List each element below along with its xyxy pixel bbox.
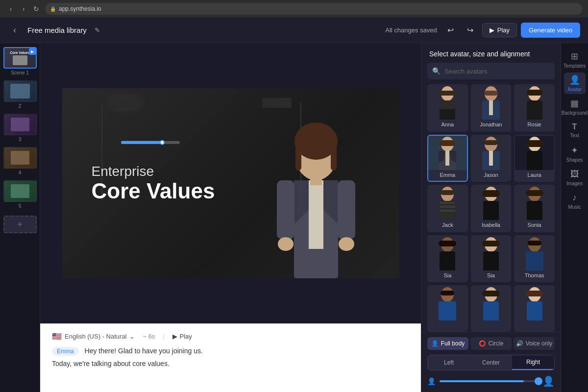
generate-button[interactable]: Generate video: [521, 23, 580, 38]
align-right-button[interactable]: Right: [512, 355, 554, 370]
scene-thumbnail-4: [3, 147, 37, 169]
script-play-button[interactable]: ▶ Play: [172, 333, 192, 340]
undo-button[interactable]: ↩: [443, 23, 459, 38]
forward-nav-btn[interactable]: ›: [19, 4, 28, 14]
svg-rect-60: [439, 301, 456, 320]
edit-title-icon[interactable]: ✎: [95, 26, 100, 34]
reload-btn[interactable]: ↻: [31, 4, 41, 14]
right-sidebar: ⊞ Templates 👤 Avatar ▦ Background T Text…: [561, 43, 588, 392]
svg-rect-14: [439, 91, 456, 96]
avatar-card-13[interactable]: [427, 285, 468, 332]
avatar-card-isabella[interactable]: Isabella: [471, 185, 512, 232]
scene-item[interactable]: 5: [3, 180, 37, 212]
avatar-card-anna[interactable]: Anna: [427, 84, 468, 132]
shapes-label: Shapes: [566, 157, 583, 163]
size-tab-circle[interactable]: ⭕ Circle: [470, 337, 512, 350]
sidebar-shapes[interactable]: ✦ Shapes: [564, 143, 586, 165]
svg-rect-48: [527, 201, 542, 220]
svg-rect-9: [277, 180, 294, 239]
size-tab-fullbody[interactable]: 👤 Full body: [427, 337, 468, 350]
scene-item[interactable]: 2: [3, 80, 37, 112]
sidebar-avatar[interactable]: 👤 Avatar: [564, 73, 586, 94]
language-label: English (US) - Natural: [65, 333, 126, 340]
language-selector[interactable]: 🇺🇸 English (US) - Natural ⌄: [52, 332, 135, 341]
svg-rect-63: [483, 301, 499, 320]
scene-label-3: 3: [3, 137, 37, 142]
svg-rect-44: [482, 190, 500, 197]
search-bar[interactable]: 🔍: [427, 63, 555, 79]
lock-icon: 🔒: [50, 6, 56, 12]
svg-rect-66: [527, 301, 542, 320]
avatar-card-sonia[interactable]: Sonia: [514, 185, 555, 232]
size-small-icon: 👤: [427, 377, 436, 385]
avatar-card-sia-dark[interactable]: Sia: [427, 235, 468, 283]
scenes-panel: Core Values ▶ Scene 1 2: [0, 43, 40, 392]
background-icon: ▦: [570, 98, 579, 109]
avatar-card-jonathan[interactable]: Jonathan: [471, 84, 512, 132]
add-scene-button[interactable]: +: [3, 216, 37, 233]
svg-rect-57: [526, 251, 543, 270]
align-center-button[interactable]: Center: [470, 355, 512, 370]
play-button[interactable]: ▶ Play: [482, 23, 517, 37]
avatar-card-jason[interactable]: Jason: [471, 135, 512, 182]
avatar-card-thomas[interactable]: Thomas: [514, 235, 555, 283]
avatar-card-sia-light[interactable]: Sia: [471, 235, 512, 283]
avatar-card-jack[interactable]: Jack: [427, 185, 468, 232]
scene-item[interactable]: 3: [3, 114, 37, 145]
avatar-name-sia-2: Sia: [472, 270, 511, 280]
sidebar-templates[interactable]: ⊞ Templates: [564, 49, 586, 71]
search-input[interactable]: [444, 68, 550, 75]
avatar-name-jason: Jason: [472, 170, 511, 180]
scene-thumbnail-2: [3, 80, 37, 102]
separator: |: [163, 333, 164, 340]
size-large-icon: 👤: [542, 375, 555, 387]
fullbody-label: Full body: [441, 340, 465, 347]
svg-rect-38: [441, 190, 454, 195]
avatar-card-laura[interactable]: Laura: [514, 135, 555, 182]
sidebar-images[interactable]: 🖼 Images: [564, 167, 586, 188]
size-tab-voiceonly[interactable]: 🔊 Voice only: [514, 337, 555, 350]
sidebar-background[interactable]: ▦ Background: [564, 96, 586, 118]
avatar-name-13: [428, 320, 467, 329]
svg-rect-62: [482, 291, 500, 296]
svg-rect-10: [338, 180, 355, 239]
avatar-name-rosie: Rosie: [515, 120, 554, 129]
align-left-button[interactable]: Left: [428, 355, 470, 370]
svg-rect-22: [527, 90, 542, 96]
sidebar-text[interactable]: T Text: [564, 120, 586, 141]
svg-rect-31: [484, 140, 498, 145]
size-slider-handle[interactable]: [535, 377, 542, 385]
templates-label: Templates: [564, 63, 586, 69]
avatar-card-14[interactable]: [471, 285, 512, 332]
address-bar[interactable]: 🔒 app.synthesia.io: [45, 3, 582, 15]
scene-item[interactable]: Core Values ▶ Scene 1: [3, 47, 37, 78]
url-text: app.synthesia.io: [59, 5, 101, 12]
script-text-1: Hey there! Glad to have you joining us.: [85, 347, 203, 355]
play-icon: ▶: [490, 26, 494, 34]
canvas-area: Enterprise Core Values: [40, 43, 421, 392]
browser-nav: ‹ › ↻: [6, 4, 41, 14]
redo-button[interactable]: ↪: [463, 23, 478, 38]
svg-rect-56: [528, 241, 541, 245]
circle-icon: ⭕: [479, 340, 486, 347]
avatar-panel-header: Select avatar, size and alignment: [421, 43, 561, 63]
back-nav-btn[interactable]: ‹: [6, 4, 16, 14]
svg-rect-29: [445, 151, 449, 166]
speaker-badge[interactable]: Emma: [52, 347, 79, 356]
canvas-title: Core Values: [92, 179, 215, 203]
avatar-name-15: [515, 320, 554, 329]
avatar-card-emma[interactable]: Emma: [427, 135, 468, 182]
svg-rect-5: [295, 141, 301, 171]
back-button[interactable]: ‹: [8, 24, 22, 37]
script-toolbar: 🇺🇸 English (US) - Natural ⌄ ~ 6s | ▶ Pla…: [52, 332, 409, 341]
voiceonly-label: Voice only: [526, 340, 553, 347]
images-label: Images: [566, 181, 583, 186]
scene-item[interactable]: 4: [3, 147, 37, 178]
scene-label-4: 4: [3, 170, 37, 175]
scene-thumbnail-3: [3, 114, 37, 135]
svg-rect-35: [526, 140, 543, 147]
avatar-card-15[interactable]: [514, 285, 555, 332]
sidebar-music[interactable]: ♪ Music: [564, 190, 586, 212]
avatar-card-rosie[interactable]: Rosie: [514, 84, 555, 132]
svg-rect-65: [526, 291, 543, 296]
